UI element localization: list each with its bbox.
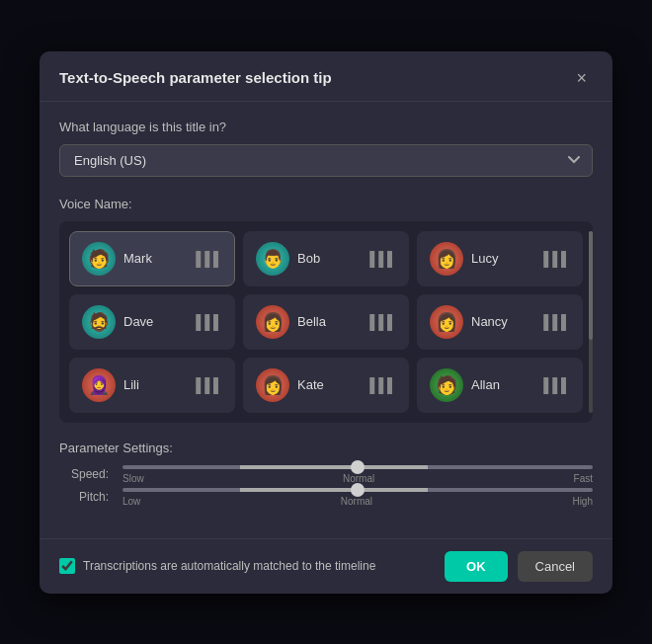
overlay: Text-to-Speech parameter selection tip ×… <box>0 0 652 644</box>
speed-slider[interactable] <box>122 465 593 469</box>
voice-avatar-dave: 🧔 <box>82 305 116 339</box>
voice-grid-wrap: 🧑 Mark ▌▌▌ 👨 Bob ▌▌▌ 👩 Lucy ▌▌▌ <box>59 221 593 423</box>
pitch-slider[interactable] <box>122 488 593 492</box>
voice-avatar-mark: 🧑 <box>82 242 116 276</box>
wave-icon-allan: ▌▌▌ <box>543 377 570 393</box>
voice-avatar-bella: 👩 <box>256 305 289 339</box>
voice-card-bella[interactable]: 👩 Bella ▌▌▌ <box>243 294 409 350</box>
voice-avatar-bob: 👨 <box>256 242 289 276</box>
wave-icon-bella: ▌▌▌ <box>369 314 396 330</box>
voice-name-lili: Lili <box>123 377 188 392</box>
voice-card-mark[interactable]: 🧑 Mark ▌▌▌ <box>69 231 235 286</box>
params-section: Parameter Settings: Speed: Slow Normal F… <box>59 441 593 507</box>
dialog-title: Text-to-Speech parameter selection tip <box>59 69 332 86</box>
wave-icon-lucy: ▌▌▌ <box>543 251 570 267</box>
wave-icon-nancy: ▌▌▌ <box>543 314 570 330</box>
pitch-slider-wrap: Low Normal High <box>122 488 593 507</box>
speed-slider-wrap: Slow Normal Fast <box>122 465 593 484</box>
scrollbar-thumb <box>589 231 593 340</box>
voice-name-dave: Dave <box>123 314 188 329</box>
voice-card-dave[interactable]: 🧔 Dave ▌▌▌ <box>69 294 235 350</box>
ok-button[interactable]: OK <box>445 551 508 582</box>
pitch-labels: Low Normal High <box>122 496 593 507</box>
speed-label: Speed: <box>59 467 109 481</box>
voice-avatar-lucy: 👩 <box>430 242 463 276</box>
speed-row: Speed: Slow Normal Fast <box>59 465 593 484</box>
voice-card-bob[interactable]: 👨 Bob ▌▌▌ <box>243 231 409 286</box>
voice-name-lucy: Lucy <box>471 251 535 266</box>
voice-avatar-nancy: 👩 <box>430 305 463 339</box>
voice-section-label: Voice Name: <box>59 197 593 211</box>
language-select[interactable]: English (US) English (UK) Spanish French… <box>59 144 593 177</box>
checkbox-wrap: Transcriptions are automatically matched… <box>59 558 435 574</box>
language-section: What language is this title in? English … <box>59 120 593 177</box>
cancel-button[interactable]: Cancel <box>518 551 593 582</box>
voice-avatar-allan: 🧑 <box>430 368 463 402</box>
dialog-header: Text-to-Speech parameter selection tip × <box>40 51 612 102</box>
pitch-max-label: High <box>572 496 593 507</box>
checkbox-label: Transcriptions are automatically matched… <box>83 559 375 573</box>
pitch-min-label: Low <box>122 496 140 507</box>
close-button[interactable]: × <box>570 67 593 89</box>
wave-icon-mark: ▌▌▌ <box>196 251 222 267</box>
auto-match-checkbox[interactable] <box>59 558 75 574</box>
voice-card-lili[interactable]: 🧕 Lili ▌▌▌ <box>69 358 235 413</box>
voice-name-allan: Allan <box>471 377 535 392</box>
pitch-row: Pitch: Low Normal High <box>59 488 593 507</box>
pitch-mid-label: Normal <box>341 496 372 507</box>
wave-icon-dave: ▌▌▌ <box>196 314 222 330</box>
wave-icon-lili: ▌▌▌ <box>196 377 222 393</box>
voice-card-nancy[interactable]: 👩 Nancy ▌▌▌ <box>417 294 583 350</box>
voice-card-lucy[interactable]: 👩 Lucy ▌▌▌ <box>417 231 583 286</box>
dialog: Text-to-Speech parameter selection tip ×… <box>40 51 612 594</box>
voice-avatar-kate: 👩 <box>256 368 289 402</box>
dialog-footer: Transcriptions are automatically matched… <box>40 538 612 594</box>
voice-name-bob: Bob <box>297 251 362 266</box>
dialog-body: What language is this title in? English … <box>40 102 612 538</box>
voice-name-mark: Mark <box>123 251 188 266</box>
pitch-label: Pitch: <box>59 490 109 504</box>
voice-name-kate: Kate <box>297 377 362 392</box>
voice-name-nancy: Nancy <box>471 314 535 329</box>
voice-grid: 🧑 Mark ▌▌▌ 👨 Bob ▌▌▌ 👩 Lucy ▌▌▌ <box>69 231 583 413</box>
language-question: What language is this title in? <box>59 120 593 134</box>
params-label: Parameter Settings: <box>59 441 593 455</box>
scrollbar <box>589 231 593 413</box>
voice-section: Voice Name: 🧑 Mark ▌▌▌ 👨 Bob ▌▌▌ <box>59 197 593 423</box>
voice-card-kate[interactable]: 👩 Kate ▌▌▌ <box>243 358 409 413</box>
voice-avatar-lili: 🧕 <box>82 368 116 402</box>
wave-icon-kate: ▌▌▌ <box>369 377 396 393</box>
voice-card-allan[interactable]: 🧑 Allan ▌▌▌ <box>417 358 583 413</box>
wave-icon-bob: ▌▌▌ <box>369 251 396 267</box>
voice-name-bella: Bella <box>297 314 362 329</box>
